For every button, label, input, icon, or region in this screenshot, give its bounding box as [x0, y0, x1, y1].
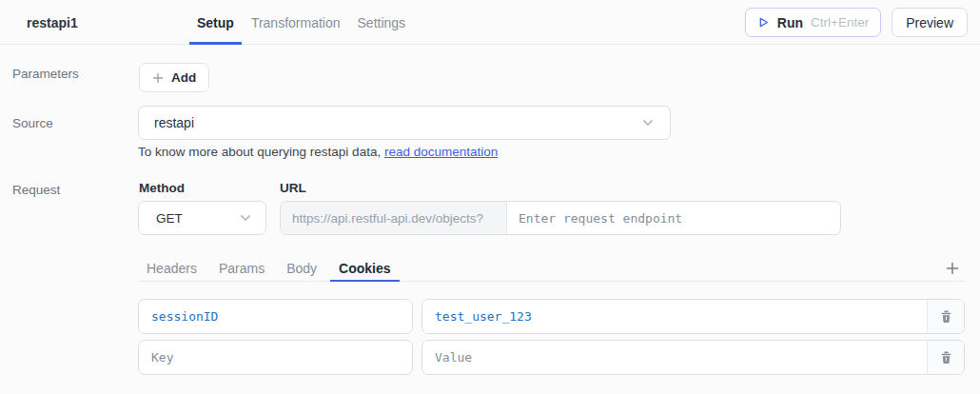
source-select[interactable]: restapi	[138, 106, 671, 140]
url-endpoint-input[interactable]	[507, 202, 840, 234]
preview-button[interactable]: Preview	[892, 8, 968, 37]
play-icon	[757, 16, 770, 29]
tab-setup[interactable]: Setup	[189, 0, 242, 45]
add-parameter-label: Add	[171, 70, 196, 85]
request-subtabs: Headers Params Body Cookies	[138, 255, 965, 282]
trash-icon	[939, 309, 953, 324]
cookie-value-input[interactable]	[422, 341, 927, 374]
read-documentation-link[interactable]: read documentation	[384, 145, 498, 159]
tab-cookies-label: Cookies	[339, 261, 390, 276]
run-button[interactable]: Run Ctrl+Enter	[745, 8, 881, 37]
chevron-down-icon	[641, 116, 655, 129]
chevron-down-icon	[239, 211, 252, 225]
cookie-value-input[interactable]	[422, 300, 927, 333]
tab-body[interactable]: Body	[278, 255, 325, 281]
query-name: restapi1	[27, 0, 78, 45]
query-header: restapi1 Setup Transformation Settings R…	[0, 0, 980, 45]
plus-icon	[946, 262, 959, 275]
run-shortcut: Ctrl+Enter	[811, 15, 869, 30]
parameters-label: Parameters	[12, 67, 79, 81]
delete-row-button[interactable]	[927, 341, 964, 374]
tab-cookies[interactable]: Cookies	[330, 255, 399, 281]
cookie-key-input[interactable]	[139, 341, 412, 374]
tab-settings-label: Settings	[358, 15, 406, 30]
tab-settings[interactable]: Settings	[350, 0, 414, 45]
source-label: Source	[12, 116, 53, 130]
method-label: Method	[139, 181, 185, 195]
url-field: https://api.restful-api.dev/objects?	[280, 201, 841, 235]
help-text-static: To know more about querying restapi data…	[138, 145, 381, 159]
query-editor-panel: restapi1 Setup Transformation Settings R…	[0, 0, 980, 394]
cookie-key-input[interactable]	[139, 300, 412, 333]
active-tab-underline	[189, 42, 242, 45]
run-label: Run	[777, 15, 803, 30]
method-selected-value: GET	[156, 211, 183, 226]
method-select[interactable]: GET	[138, 201, 266, 235]
plus-icon	[152, 72, 164, 84]
tab-setup-label: Setup	[197, 15, 234, 30]
tab-body-label: Body	[286, 261, 317, 276]
cookie-row	[138, 299, 965, 334]
tab-transformation-label: Transformation	[251, 15, 341, 30]
cookie-key-cell	[138, 299, 413, 334]
delete-row-button[interactable]	[927, 300, 964, 333]
tab-params[interactable]: Params	[210, 255, 273, 281]
tab-transformation[interactable]: Transformation	[244, 0, 348, 45]
source-help-text: To know more about querying restapi data…	[138, 145, 498, 159]
active-tab-underline	[330, 280, 399, 282]
preview-label: Preview	[906, 15, 953, 30]
add-parameter-button[interactable]: Add	[139, 63, 209, 92]
add-cookie-row-button[interactable]	[946, 262, 959, 275]
tab-headers-label: Headers	[147, 261, 197, 276]
url-base-prefix: https://api.restful-api.dev/objects?	[281, 202, 507, 234]
cookie-value-cell	[421, 299, 965, 334]
header-tabs: Setup Transformation Settings	[189, 0, 413, 45]
request-label: Request	[12, 183, 60, 197]
cookie-key-cell	[138, 340, 413, 375]
url-label: URL	[280, 181, 306, 195]
tab-params-label: Params	[219, 261, 265, 276]
header-actions: Run Ctrl+Enter Preview	[745, 8, 968, 37]
cookie-value-cell	[421, 340, 965, 375]
source-selected-value: restapi	[154, 115, 194, 130]
tab-headers[interactable]: Headers	[138, 255, 206, 281]
cookie-row	[138, 340, 965, 375]
trash-icon	[939, 350, 953, 364]
